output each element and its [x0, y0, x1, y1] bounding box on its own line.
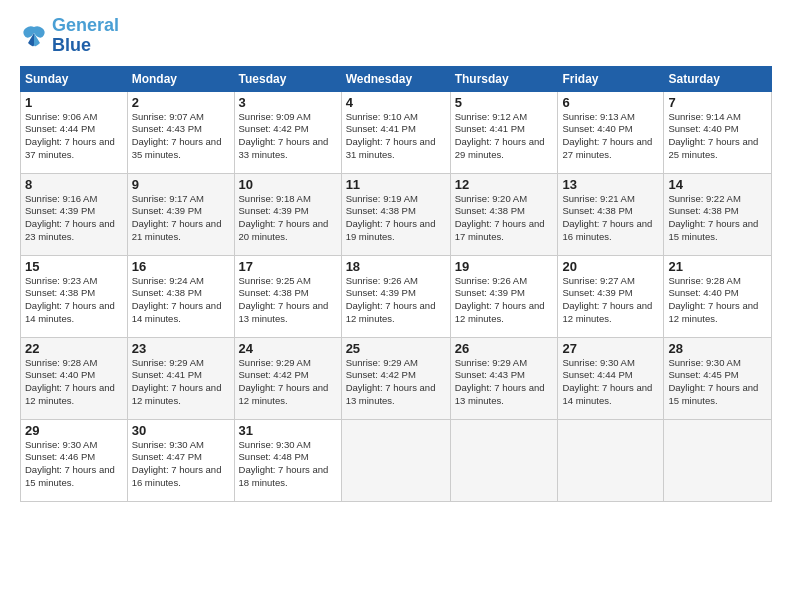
weekday-header-thursday: Thursday [450, 66, 558, 91]
calendar-cell: 21 Sunrise: 9:28 AM Sunset: 4:40 PM Dayl… [664, 255, 772, 337]
calendar-cell: 1 Sunrise: 9:06 AM Sunset: 4:44 PM Dayli… [21, 91, 128, 173]
calendar-cell [341, 419, 450, 501]
calendar-cell: 18 Sunrise: 9:26 AM Sunset: 4:39 PM Dayl… [341, 255, 450, 337]
calendar-cell: 28 Sunrise: 9:30 AM Sunset: 4:45 PM Dayl… [664, 337, 772, 419]
day-number: 6 [562, 95, 659, 110]
day-info: Sunrise: 9:29 AM Sunset: 4:42 PM Dayligh… [346, 357, 446, 408]
calendar-cell [450, 419, 558, 501]
weekday-header-sunday: Sunday [21, 66, 128, 91]
day-info: Sunrise: 9:26 AM Sunset: 4:39 PM Dayligh… [455, 275, 554, 326]
day-info: Sunrise: 9:30 AM Sunset: 4:44 PM Dayligh… [562, 357, 659, 408]
day-number: 11 [346, 177, 446, 192]
day-number: 3 [239, 95, 337, 110]
day-number: 28 [668, 341, 767, 356]
day-number: 8 [25, 177, 123, 192]
day-info: Sunrise: 9:29 AM Sunset: 4:41 PM Dayligh… [132, 357, 230, 408]
day-number: 26 [455, 341, 554, 356]
calendar-cell: 5 Sunrise: 9:12 AM Sunset: 4:41 PM Dayli… [450, 91, 558, 173]
day-number: 30 [132, 423, 230, 438]
day-number: 24 [239, 341, 337, 356]
day-info: Sunrise: 9:17 AM Sunset: 4:39 PM Dayligh… [132, 193, 230, 244]
day-number: 25 [346, 341, 446, 356]
day-number: 31 [239, 423, 337, 438]
calendar-cell: 22 Sunrise: 9:28 AM Sunset: 4:40 PM Dayl… [21, 337, 128, 419]
day-info: Sunrise: 9:07 AM Sunset: 4:43 PM Dayligh… [132, 111, 230, 162]
day-info: Sunrise: 9:18 AM Sunset: 4:39 PM Dayligh… [239, 193, 337, 244]
weekday-header-monday: Monday [127, 66, 234, 91]
calendar-cell: 31 Sunrise: 9:30 AM Sunset: 4:48 PM Dayl… [234, 419, 341, 501]
calendar-cell: 7 Sunrise: 9:14 AM Sunset: 4:40 PM Dayli… [664, 91, 772, 173]
day-number: 7 [668, 95, 767, 110]
weekday-header-saturday: Saturday [664, 66, 772, 91]
day-info: Sunrise: 9:13 AM Sunset: 4:40 PM Dayligh… [562, 111, 659, 162]
logo-icon [20, 25, 48, 47]
day-number: 10 [239, 177, 337, 192]
day-number: 27 [562, 341, 659, 356]
weekday-header-tuesday: Tuesday [234, 66, 341, 91]
day-number: 18 [346, 259, 446, 274]
day-info: Sunrise: 9:06 AM Sunset: 4:44 PM Dayligh… [25, 111, 123, 162]
day-info: Sunrise: 9:30 AM Sunset: 4:48 PM Dayligh… [239, 439, 337, 490]
calendar-cell: 19 Sunrise: 9:26 AM Sunset: 4:39 PM Dayl… [450, 255, 558, 337]
calendar-cell: 8 Sunrise: 9:16 AM Sunset: 4:39 PM Dayli… [21, 173, 128, 255]
day-number: 23 [132, 341, 230, 356]
day-number: 15 [25, 259, 123, 274]
calendar-cell: 9 Sunrise: 9:17 AM Sunset: 4:39 PM Dayli… [127, 173, 234, 255]
day-number: 9 [132, 177, 230, 192]
day-info: Sunrise: 9:29 AM Sunset: 4:43 PM Dayligh… [455, 357, 554, 408]
calendar-cell [558, 419, 664, 501]
day-info: Sunrise: 9:09 AM Sunset: 4:42 PM Dayligh… [239, 111, 337, 162]
calendar-cell: 25 Sunrise: 9:29 AM Sunset: 4:42 PM Dayl… [341, 337, 450, 419]
calendar-cell: 14 Sunrise: 9:22 AM Sunset: 4:38 PM Dayl… [664, 173, 772, 255]
day-number: 19 [455, 259, 554, 274]
day-info: Sunrise: 9:21 AM Sunset: 4:38 PM Dayligh… [562, 193, 659, 244]
day-info: Sunrise: 9:20 AM Sunset: 4:38 PM Dayligh… [455, 193, 554, 244]
logo-text: GeneralBlue [52, 16, 119, 56]
day-info: Sunrise: 9:30 AM Sunset: 4:45 PM Dayligh… [668, 357, 767, 408]
day-number: 17 [239, 259, 337, 274]
day-info: Sunrise: 9:28 AM Sunset: 4:40 PM Dayligh… [668, 275, 767, 326]
day-info: Sunrise: 9:28 AM Sunset: 4:40 PM Dayligh… [25, 357, 123, 408]
calendar-cell: 12 Sunrise: 9:20 AM Sunset: 4:38 PM Dayl… [450, 173, 558, 255]
day-number: 16 [132, 259, 230, 274]
calendar-cell: 10 Sunrise: 9:18 AM Sunset: 4:39 PM Dayl… [234, 173, 341, 255]
calendar-cell: 17 Sunrise: 9:25 AM Sunset: 4:38 PM Dayl… [234, 255, 341, 337]
calendar-cell: 16 Sunrise: 9:24 AM Sunset: 4:38 PM Dayl… [127, 255, 234, 337]
calendar-cell: 29 Sunrise: 9:30 AM Sunset: 4:46 PM Dayl… [21, 419, 128, 501]
day-info: Sunrise: 9:26 AM Sunset: 4:39 PM Dayligh… [346, 275, 446, 326]
day-info: Sunrise: 9:10 AM Sunset: 4:41 PM Dayligh… [346, 111, 446, 162]
calendar-cell: 27 Sunrise: 9:30 AM Sunset: 4:44 PM Dayl… [558, 337, 664, 419]
calendar-cell: 2 Sunrise: 9:07 AM Sunset: 4:43 PM Dayli… [127, 91, 234, 173]
calendar-cell [664, 419, 772, 501]
day-info: Sunrise: 9:25 AM Sunset: 4:38 PM Dayligh… [239, 275, 337, 326]
day-number: 5 [455, 95, 554, 110]
day-info: Sunrise: 9:30 AM Sunset: 4:46 PM Dayligh… [25, 439, 123, 490]
calendar-cell: 20 Sunrise: 9:27 AM Sunset: 4:39 PM Dayl… [558, 255, 664, 337]
day-number: 1 [25, 95, 123, 110]
day-number: 2 [132, 95, 230, 110]
day-info: Sunrise: 9:12 AM Sunset: 4:41 PM Dayligh… [455, 111, 554, 162]
day-number: 29 [25, 423, 123, 438]
weekday-header-friday: Friday [558, 66, 664, 91]
day-info: Sunrise: 9:24 AM Sunset: 4:38 PM Dayligh… [132, 275, 230, 326]
calendar-cell: 26 Sunrise: 9:29 AM Sunset: 4:43 PM Dayl… [450, 337, 558, 419]
calendar-cell: 11 Sunrise: 9:19 AM Sunset: 4:38 PM Dayl… [341, 173, 450, 255]
day-info: Sunrise: 9:16 AM Sunset: 4:39 PM Dayligh… [25, 193, 123, 244]
day-info: Sunrise: 9:30 AM Sunset: 4:47 PM Dayligh… [132, 439, 230, 490]
weekday-header-wednesday: Wednesday [341, 66, 450, 91]
calendar-table: SundayMondayTuesdayWednesdayThursdayFrid… [20, 66, 772, 502]
logo: GeneralBlue [20, 16, 119, 56]
calendar-cell: 4 Sunrise: 9:10 AM Sunset: 4:41 PM Dayli… [341, 91, 450, 173]
day-info: Sunrise: 9:14 AM Sunset: 4:40 PM Dayligh… [668, 111, 767, 162]
day-info: Sunrise: 9:29 AM Sunset: 4:42 PM Dayligh… [239, 357, 337, 408]
day-number: 14 [668, 177, 767, 192]
day-info: Sunrise: 9:23 AM Sunset: 4:38 PM Dayligh… [25, 275, 123, 326]
calendar-cell: 3 Sunrise: 9:09 AM Sunset: 4:42 PM Dayli… [234, 91, 341, 173]
calendar-cell: 13 Sunrise: 9:21 AM Sunset: 4:38 PM Dayl… [558, 173, 664, 255]
day-info: Sunrise: 9:19 AM Sunset: 4:38 PM Dayligh… [346, 193, 446, 244]
calendar-cell: 15 Sunrise: 9:23 AM Sunset: 4:38 PM Dayl… [21, 255, 128, 337]
day-info: Sunrise: 9:27 AM Sunset: 4:39 PM Dayligh… [562, 275, 659, 326]
day-number: 20 [562, 259, 659, 274]
calendar-cell: 6 Sunrise: 9:13 AM Sunset: 4:40 PM Dayli… [558, 91, 664, 173]
calendar-cell: 23 Sunrise: 9:29 AM Sunset: 4:41 PM Dayl… [127, 337, 234, 419]
